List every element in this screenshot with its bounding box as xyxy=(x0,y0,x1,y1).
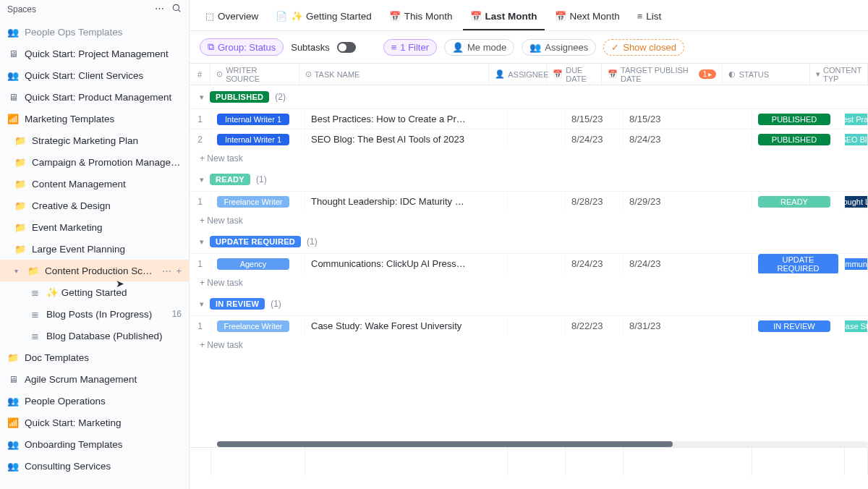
col-number[interactable]: # xyxy=(190,64,210,85)
task-row[interactable]: 1AgencyCommunications: ClickUp AI Press…… xyxy=(190,253,868,273)
view-tabs: ⬚Overview📄✨ Getting Started📅This Month📅L… xyxy=(190,0,868,31)
svg-line-1 xyxy=(179,10,180,12)
col-writer-source[interactable]: ⊙WRITER SOURCE xyxy=(210,64,299,85)
filter-pill[interactable]: ≡ 1 Filter xyxy=(383,39,437,56)
plus-icon[interactable]: + xyxy=(176,265,182,276)
tab[interactable]: 📅Next Month xyxy=(548,5,627,30)
chevron-down-icon[interactable]: ▾ xyxy=(200,175,204,184)
sidebar-item[interactable]: 📶Marketing Templates xyxy=(0,108,189,129)
col-due-date[interactable]: 📅DUE DATE xyxy=(547,64,602,85)
new-task-button[interactable]: + New task xyxy=(190,273,868,292)
sidebar-title: Spaces xyxy=(7,4,36,14)
assignees-pill[interactable]: 👥 Assignees xyxy=(522,39,596,56)
sidebar-item[interactable]: 📁Content Management xyxy=(0,173,189,195)
sidebar-item[interactable]: 👥People Operations xyxy=(0,390,189,412)
col-assignee[interactable]: 👤ASSIGNEE xyxy=(489,64,547,85)
col-content-type[interactable]: ▾CONTENT TYP xyxy=(810,64,868,85)
sidebar-item[interactable]: 📶Quick Start: Marketing xyxy=(0,412,189,433)
horizontal-scrollbar[interactable] xyxy=(217,441,868,447)
sidebar: Spaces ⋯ 👥People Ops Templates🖥Quick Sta… xyxy=(0,0,190,489)
group-header[interactable]: ▾IN REVIEW(1) xyxy=(190,292,868,315)
task-grid: ▾PUBLISHED(2)1Internal Writer 1Best Prac… xyxy=(190,85,868,489)
svg-point-0 xyxy=(173,4,179,10)
task-row[interactable]: 2Internal Writer 1SEO Blog: The Best AI … xyxy=(190,129,868,149)
chevron-down-icon[interactable]: ▾ xyxy=(200,237,204,247)
sidebar-item[interactable]: ≣Blog Posts (In Progress)16 xyxy=(0,303,189,325)
task-row[interactable]: 1Internal Writer 1Best Practices: How to… xyxy=(190,109,868,129)
task-row[interactable]: 1Freelance WriterThought Leadership: IDC… xyxy=(190,191,868,211)
sidebar-item[interactable]: 🖥Agile Scrum Management xyxy=(0,368,189,390)
more-icon[interactable]: ⋯ xyxy=(155,3,164,15)
col-status[interactable]: ◐STATUS xyxy=(723,64,810,85)
subtasks-toggle[interactable] xyxy=(337,42,356,53)
sidebar-item[interactable]: 📁Creative & Design xyxy=(0,195,189,216)
tab[interactable]: ≡List xyxy=(630,5,669,30)
sidebar-item[interactable]: 📁Event Marketing xyxy=(0,216,189,238)
me-mode-pill[interactable]: 👤 Me mode xyxy=(444,39,514,56)
new-task-button[interactable]: + New task xyxy=(190,211,868,230)
sidebar-item[interactable]: 📁Doc Templates xyxy=(0,346,189,368)
footer-cells xyxy=(190,447,868,476)
sidebar-item[interactable]: 👥Onboarding Templates xyxy=(0,433,189,455)
col-task-name[interactable]: ⊙TASK NAME xyxy=(299,64,490,85)
new-task-button[interactable]: + New task xyxy=(190,149,868,168)
tab[interactable]: 📅This Month xyxy=(382,5,460,30)
group-header[interactable]: ▾PUBLISHED(2) xyxy=(190,85,868,109)
show-closed-pill[interactable]: ✓ Show closed xyxy=(603,39,684,56)
more-icon[interactable]: ⋯ xyxy=(162,265,171,276)
main-panel: ⬚Overview📄✨ Getting Started📅This Month📅L… xyxy=(190,0,868,489)
sidebar-item[interactable]: 🖥Quick Start: Project Management xyxy=(0,43,189,64)
group-pill[interactable]: ⧉ Group: Status xyxy=(200,38,284,56)
tab[interactable]: 📅Last Month xyxy=(463,5,545,30)
chevron-down-icon[interactable]: ▾ xyxy=(200,93,204,102)
sidebar-list: 👥People Ops Templates🖥Quick Start: Proje… xyxy=(0,21,189,489)
sidebar-item[interactable]: 📁Large Event Planning xyxy=(0,238,189,260)
sidebar-item[interactable]: ≣✨ Getting Started xyxy=(0,281,189,303)
sidebar-item[interactable]: 👥Quick Start: Client Services xyxy=(0,64,189,86)
task-row[interactable]: 1Freelance WriterCase Study: Wake Forest… xyxy=(190,315,868,336)
sidebar-item[interactable]: ▾📁Content Production Scal…⋯+ xyxy=(0,260,189,281)
subtasks-label: Subtasks xyxy=(291,42,329,53)
sidebar-item[interactable]: ≣Blog Database (Published) xyxy=(0,325,189,346)
new-task-button[interactable]: + New task xyxy=(190,336,868,354)
group-header[interactable]: ▾UPDATE REQUIRED(1) xyxy=(190,230,868,253)
tab[interactable]: ⬚Overview xyxy=(198,5,265,30)
group-header[interactable]: ▾READY(1) xyxy=(190,168,868,191)
sidebar-item[interactable]: 🖥Quick Start: Product Management xyxy=(0,86,189,108)
column-headers: # ⊙WRITER SOURCE ⊙TASK NAME 👤ASSIGNEE 📅D… xyxy=(190,64,868,85)
search-icon[interactable] xyxy=(171,3,182,15)
sidebar-item[interactable]: 👥Consulting Services xyxy=(0,455,189,477)
chevron-down-icon[interactable]: ▾ xyxy=(200,299,204,309)
sidebar-item[interactable]: 👥People Ops Templates xyxy=(0,21,189,43)
tab[interactable]: 📄✨ Getting Started xyxy=(268,4,379,30)
sidebar-item[interactable]: 📁Strategic Marketing Plan xyxy=(0,129,189,151)
toolbar: ⧉ Group: Status Subtasks ≡ 1 Filter 👤 Me… xyxy=(190,31,868,64)
col-target-publish[interactable]: 📅TARGET PUBLISH DATE 1 ▸ xyxy=(602,64,723,85)
sidebar-item[interactable]: 📁Campaign & Promotion Manage… xyxy=(0,151,189,173)
